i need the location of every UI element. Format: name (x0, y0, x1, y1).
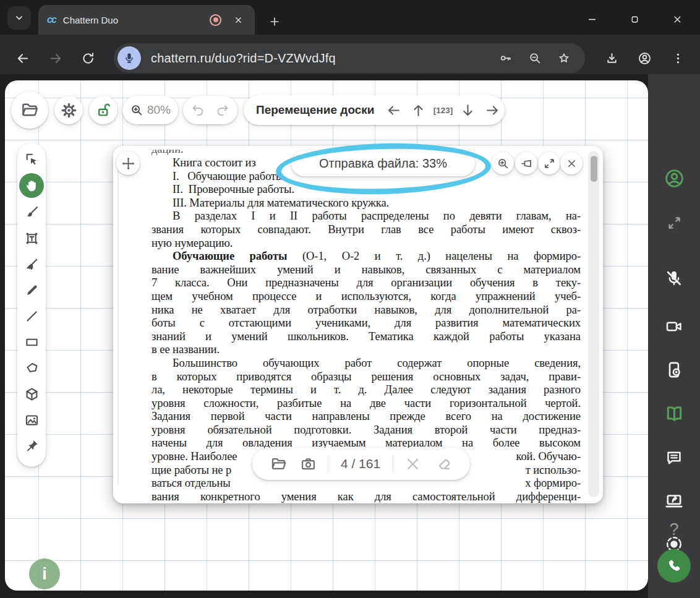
doc-zoom-in-button[interactable] (492, 152, 514, 174)
text-tool[interactable] (20, 226, 43, 250)
divider (328, 455, 328, 472)
downloads-button[interactable] (598, 45, 625, 72)
help-button[interactable]: ? (660, 516, 688, 543)
shape-3d-tool[interactable] (20, 382, 43, 406)
doc-line: в которых приводятся образцы решения осн… (152, 370, 581, 383)
move-board-left-button[interactable] (383, 98, 404, 122)
undo-icon (190, 103, 205, 117)
reload-button[interactable] (75, 46, 100, 70)
person-circle-icon (664, 168, 685, 189)
brush-tool[interactable] (20, 200, 43, 224)
doc-line: В разделах I и II работы распределены по… (152, 209, 581, 223)
camera-button[interactable] (660, 313, 688, 340)
mic-permission-badge[interactable] (117, 46, 141, 70)
page-indicator: 4 / 161 (341, 456, 380, 471)
go-to-page-button[interactable]: [123] (433, 98, 454, 122)
upload-progress-banner: Отправка файла: 33% (291, 150, 475, 176)
favicon: cc (47, 14, 56, 25)
move-board-up-button[interactable] (408, 98, 429, 122)
broom-icon (24, 257, 40, 272)
zoom-control[interactable]: 80% (122, 96, 178, 124)
doc-close-button[interactable] (560, 152, 583, 174)
info-label: i (42, 565, 47, 584)
pen-disabled-icon (404, 456, 421, 472)
move-board-down-button[interactable] (458, 98, 479, 122)
pencil-tool[interactable] (20, 278, 43, 302)
clear-tool[interactable] (20, 252, 43, 276)
image-icon (24, 412, 40, 428)
bookmark-button[interactable] (550, 45, 578, 72)
line-tool[interactable] (20, 304, 43, 328)
tab-title: Chattern Duo (63, 15, 210, 25)
call-sidebar: ? (648, 74, 700, 598)
chat-button[interactable] (660, 444, 688, 471)
doc-snapshot-button[interactable] (299, 455, 318, 473)
doc-erase-button[interactable] (434, 455, 453, 473)
browser-profile-button[interactable] (631, 45, 658, 72)
expand-icon (543, 157, 556, 170)
redo-button[interactable] (215, 103, 230, 117)
arrow-right-icon (485, 103, 500, 118)
tab-close-button[interactable] (230, 12, 246, 28)
phone-icon (666, 558, 683, 575)
hand-icon (24, 178, 40, 194)
doc-line: вание важнейших умений и навыков, связан… (152, 263, 581, 276)
call-button[interactable] (657, 549, 691, 583)
doc-scrollbar-thumb[interactable] (591, 156, 597, 182)
password-manager-button[interactable] (492, 45, 519, 72)
screen-share-button[interactable] (660, 487, 688, 515)
pin-icon (24, 438, 40, 454)
lock-button[interactable] (89, 96, 117, 124)
chat-bubble-icon (665, 448, 683, 467)
pencil-icon (24, 283, 40, 298)
rectangle-tool[interactable] (20, 330, 43, 354)
url-text[interactable]: chattern.ru/duo?rid=D-VZWvdJfq (151, 51, 336, 66)
camera-icon (300, 456, 317, 472)
browser-menu-button[interactable] (664, 45, 691, 72)
forward-button[interactable] (43, 46, 68, 70)
image-tool[interactable] (20, 408, 43, 432)
eraser-icon (435, 456, 452, 472)
profile-button[interactable] (660, 164, 688, 192)
doc-move-handle[interactable] (116, 152, 140, 175)
info-button[interactable]: i (29, 558, 60, 589)
microphone-icon (123, 52, 135, 64)
doc-line: боты с отстающими учениками, для развити… (152, 316, 581, 330)
window-maximize-button[interactable] (621, 7, 648, 32)
page-zoom-button[interactable] (521, 45, 548, 72)
hand-tool[interactable] (19, 173, 44, 198)
doc-line: щем учебном процессе и используются, ког… (152, 289, 581, 303)
doc-scrollbar-track[interactable] (588, 151, 599, 497)
pin-tool[interactable] (20, 434, 43, 458)
doc-pin-button[interactable] (515, 152, 537, 174)
doc-open-file-button[interactable] (270, 455, 288, 473)
tool-rail (17, 143, 46, 467)
settings-button[interactable] (54, 96, 83, 124)
undo-button[interactable] (190, 103, 205, 117)
screen-share-icon (664, 491, 684, 511)
polygon-icon (24, 361, 40, 376)
folder-open-icon (20, 101, 39, 119)
open-file-button[interactable] (11, 92, 48, 129)
window-minimize-button[interactable] (578, 7, 605, 32)
doc-expand-button[interactable] (538, 152, 560, 174)
doc-line: Задания первой части направлены прежде в… (152, 409, 581, 423)
polygon-tool[interactable] (20, 356, 43, 380)
window-close-button[interactable] (664, 7, 691, 32)
device-screenshot-button[interactable] (660, 356, 688, 383)
zoom-out-icon (528, 51, 542, 65)
resize-button[interactable] (660, 209, 688, 236)
materials-button[interactable] (660, 399, 688, 427)
tab-search-button[interactable] (7, 6, 31, 30)
move-board-right-button[interactable] (482, 98, 503, 122)
upload-progress-text: Отправка файла: 33% (319, 156, 447, 171)
doc-draw-button[interactable] (403, 455, 422, 473)
select-tool[interactable] (20, 147, 43, 171)
mic-off-icon (665, 269, 683, 288)
mic-muted-button[interactable] (660, 265, 688, 292)
doc-line: рованной работы, так и для фронтальной р… (152, 503, 581, 503)
back-button[interactable] (10, 46, 35, 70)
new-tab-button[interactable] (263, 11, 286, 33)
arrow-up-icon (411, 103, 426, 118)
browser-tab[interactable]: cc Chattern Duo (38, 5, 255, 35)
